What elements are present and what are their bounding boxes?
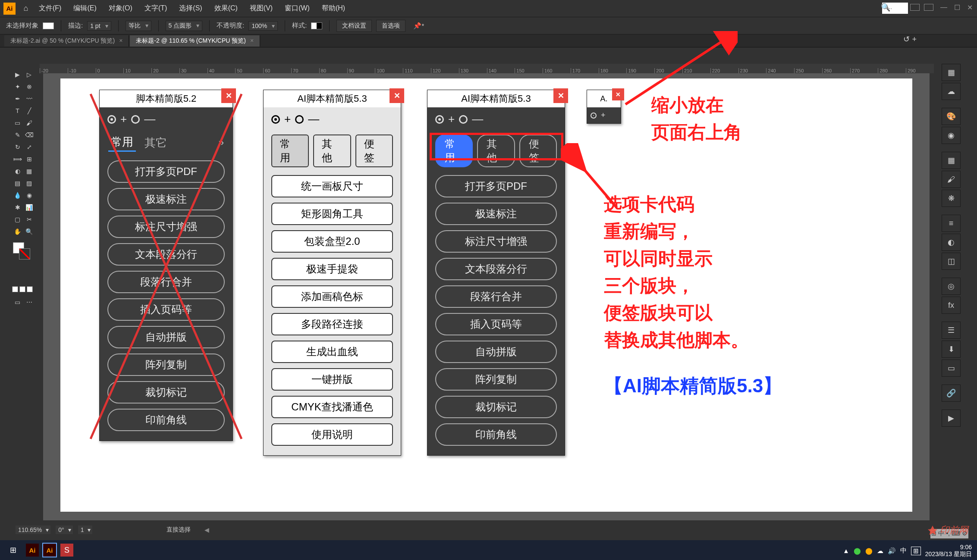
gradient-mode[interactable] xyxy=(19,286,25,292)
actions-panel-icon[interactable]: ▶ xyxy=(942,410,961,427)
script-button[interactable]: 极速标注 xyxy=(107,188,225,210)
screen-mode[interactable]: ▭ xyxy=(12,297,23,308)
script-button[interactable]: 添加画稿色标 xyxy=(271,285,393,308)
script-button[interactable]: 使用说明 xyxy=(271,423,393,446)
eyedropper-tool[interactable]: 💧 xyxy=(12,190,23,201)
stroke-weight-dropdown[interactable]: 1 pt xyxy=(87,21,111,31)
angle-dropdown[interactable]: 0° xyxy=(56,526,72,534)
script-button[interactable]: 标注尺寸增强 xyxy=(107,216,225,238)
chevron-right-icon[interactable]: » xyxy=(219,137,224,148)
color-mode[interactable] xyxy=(12,286,18,292)
blend-tool[interactable]: ◉ xyxy=(24,190,35,201)
zoom-dropdown[interactable]: 110.65% xyxy=(16,526,50,534)
script-button[interactable]: 插入页码等 xyxy=(107,298,225,321)
close-icon[interactable]: × xyxy=(119,37,123,44)
column-graph-tool[interactable]: 📊 xyxy=(24,202,35,213)
color-guide-panel-icon[interactable]: ◉ xyxy=(942,127,961,144)
paintbrush-tool[interactable]: 🖌 xyxy=(24,117,35,128)
close-button[interactable]: ✕ xyxy=(967,3,973,12)
direct-selection-tool[interactable]: ▷ xyxy=(24,69,35,80)
radio-1[interactable] xyxy=(435,115,444,124)
radio-2[interactable] xyxy=(295,115,304,124)
radio-1[interactable] xyxy=(271,115,280,124)
menu-effect[interactable]: 效果(C) xyxy=(209,2,243,15)
symbols-panel-icon[interactable]: ❋ xyxy=(942,190,961,207)
script-button[interactable]: 裁切标记 xyxy=(435,396,557,418)
fill-swatch[interactable] xyxy=(43,22,54,29)
menu-edit[interactable]: 编辑(E) xyxy=(68,2,101,15)
style-swatch[interactable] xyxy=(311,22,322,29)
tray-icon[interactable]: ⬤ xyxy=(854,547,861,555)
history-icon[interactable]: ↺ + xyxy=(903,34,917,44)
close-button[interactable]: ✕ xyxy=(612,88,624,100)
menu-view[interactable]: 视图(V) xyxy=(245,2,278,15)
layers-panel-icon[interactable]: ☰ xyxy=(942,322,961,339)
start-button[interactable]: ⊞ xyxy=(4,542,22,558)
script-button[interactable]: CMYK查找潘通色 xyxy=(271,396,393,418)
minimize-button[interactable]: — xyxy=(940,3,947,11)
artboards-panel-icon[interactable]: ▭ xyxy=(942,360,961,377)
edit-toolbar[interactable]: ⋯ xyxy=(24,297,35,308)
doc-tab-2[interactable]: 未标题-2 @ 110.65 % (CMYK/CPU 预览)× xyxy=(130,35,260,47)
script-button[interactable]: 印前角线 xyxy=(435,423,557,446)
tray-volume-icon[interactable]: 🔊 xyxy=(888,547,896,555)
color-panel-icon[interactable]: 🎨 xyxy=(942,108,961,125)
gradient-tool[interactable]: ▨ xyxy=(24,178,35,189)
gradient-panel-icon[interactable]: ◐ xyxy=(942,234,961,251)
script-button[interactable]: 阵列复制 xyxy=(435,368,557,391)
scale-tool[interactable]: ⤢ xyxy=(24,141,35,153)
script-button[interactable]: 文本段落分行 xyxy=(107,243,225,266)
menu-window[interactable]: 窗口(W) xyxy=(280,2,315,15)
script-button[interactable]: 裁切标记 xyxy=(107,381,225,404)
none-mode[interactable] xyxy=(27,286,33,292)
tray-ime-box[interactable]: ⊞ xyxy=(911,547,921,555)
script-button[interactable]: 包装盒型2.0 xyxy=(271,230,393,253)
close-icon[interactable]: × xyxy=(250,37,254,44)
taskbar-ai-1[interactable]: Ai xyxy=(26,544,39,557)
script-button[interactable]: 打开多页PDF xyxy=(107,160,225,183)
script-button[interactable]: 一键拼版 xyxy=(271,368,393,391)
maximize-button[interactable]: ☐ xyxy=(954,3,960,12)
script-button[interactable]: 极速手提袋 xyxy=(271,258,393,280)
tray-icon[interactable]: ⬤ xyxy=(865,547,873,555)
rotate-tool[interactable]: ↻ xyxy=(12,141,23,153)
slice-tool[interactable]: ✂ xyxy=(24,214,35,225)
doc-tab-1[interactable]: 未标题-2.ai @ 50 % (CMYK/CPU 预览)× xyxy=(4,35,129,47)
brush-dropdown[interactable]: 5 点圆形 xyxy=(166,21,203,31)
uniform-dropdown[interactable]: 等比 xyxy=(126,21,151,31)
tray-ime[interactable]: 中 xyxy=(900,547,907,555)
properties-panel-icon[interactable]: ▦ xyxy=(942,64,961,81)
appearance-panel-icon[interactable]: ◎ xyxy=(942,278,961,295)
mesh-tool[interactable]: ▤ xyxy=(12,178,23,189)
tab-common[interactable]: 常用 xyxy=(108,134,136,152)
width-tool[interactable]: ⟾ xyxy=(12,153,23,165)
menu-type[interactable]: 文字(T) xyxy=(139,2,172,15)
tray-icon[interactable]: ▲ xyxy=(843,547,849,554)
menu-object[interactable]: 对象(O) xyxy=(104,2,138,15)
taskbar-ai-2[interactable]: Ai xyxy=(43,544,56,557)
free-transform-tool[interactable]: ⊞ xyxy=(24,153,35,165)
color-controls[interactable] xyxy=(12,242,35,264)
script-button[interactable]: 统一画板尺寸 xyxy=(271,175,393,197)
eraser-tool[interactable]: ⌫ xyxy=(24,129,35,141)
zoom-tool[interactable]: 🔍 xyxy=(24,226,35,237)
artboard-tool[interactable]: ▢ xyxy=(12,214,23,225)
script-button[interactable]: 印前角线 xyxy=(107,409,225,431)
shaper-tool[interactable]: ✎ xyxy=(12,129,23,141)
lasso-tool[interactable]: ⊗ xyxy=(24,81,35,92)
stroke-color[interactable] xyxy=(19,248,30,260)
pen-tool[interactable]: ✒ xyxy=(12,93,23,104)
magic-wand-tool[interactable]: ✦ xyxy=(12,81,23,92)
graphic-styles-panel-icon[interactable]: fx xyxy=(942,297,961,314)
type-tool[interactable]: T xyxy=(12,105,23,116)
curvature-tool[interactable]: 〰 xyxy=(24,93,35,104)
asset-export-panel-icon[interactable]: ⬇ xyxy=(942,341,961,358)
script-button[interactable]: 矩形圆角工具 xyxy=(271,203,393,225)
hand-tool[interactable]: ✋ xyxy=(12,226,23,237)
brushes-panel-icon[interactable]: 🖌 xyxy=(942,171,961,188)
prefs-button[interactable]: 首选项 xyxy=(376,20,405,32)
menu-help[interactable]: 帮助(H) xyxy=(317,2,350,15)
script-button[interactable]: 文本段落分行 xyxy=(435,258,557,280)
tray-icon[interactable]: ☁ xyxy=(877,547,883,555)
symbol-sprayer-tool[interactable]: ✱ xyxy=(12,202,23,213)
